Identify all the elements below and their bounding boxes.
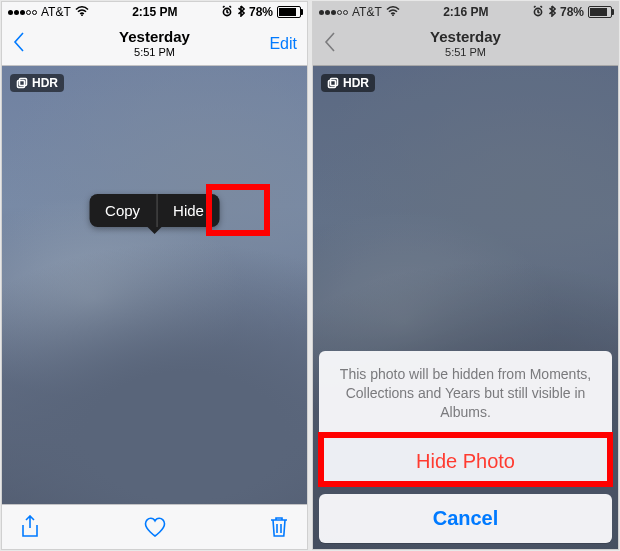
nav-title-group: Yesterday 5:51 PM: [313, 29, 618, 58]
hdr-badge: HDR: [10, 74, 64, 92]
svg-point-0: [81, 14, 83, 16]
hdr-stack-icon: [327, 77, 339, 89]
svg-rect-3: [20, 79, 27, 86]
svg-rect-6: [329, 81, 336, 88]
nav-subtitle: 5:51 PM: [2, 46, 307, 58]
bluetooth-icon: [548, 5, 556, 20]
bluetooth-icon: [237, 5, 245, 20]
hdr-text: HDR: [343, 76, 369, 90]
svg-rect-7: [331, 79, 338, 86]
hide-photo-button[interactable]: Hide Photo: [319, 437, 612, 486]
hdr-stack-icon: [16, 77, 28, 89]
wifi-icon: [75, 5, 89, 19]
delete-button[interactable]: [269, 515, 289, 539]
share-button[interactable]: [20, 515, 40, 539]
nav-bar: Yesterday 5:51 PM Edit: [313, 22, 618, 66]
carrier-label: AT&T: [41, 5, 71, 19]
action-sheet-message: This photo will be hidden from Moments, …: [319, 351, 612, 437]
menu-hide[interactable]: Hide: [157, 194, 220, 227]
hdr-badge: HDR: [321, 74, 375, 92]
svg-point-4: [392, 14, 394, 16]
battery-icon: [588, 6, 612, 18]
carrier-label: AT&T: [352, 5, 382, 19]
action-sheet: This photo will be hidden from Moments, …: [319, 351, 612, 543]
bottom-toolbar: [2, 504, 307, 549]
wifi-icon: [386, 5, 400, 19]
nav-title-group: Yesterday 5:51 PM: [2, 29, 307, 58]
svg-rect-2: [18, 81, 25, 88]
battery-fill: [590, 8, 607, 16]
nav-title: Yesterday: [2, 29, 307, 46]
hdr-text: HDR: [32, 76, 58, 90]
menu-copy[interactable]: Copy: [89, 194, 156, 227]
back-button[interactable]: [12, 31, 26, 57]
nav-title: Yesterday: [313, 29, 618, 46]
nav-subtitle: 5:51 PM: [313, 46, 618, 58]
status-bar: AT&T 2:16 PM 78%: [313, 2, 618, 22]
back-button: [323, 31, 337, 57]
phone-left: AT&T 2:15 PM 78% Yesterday: [2, 2, 307, 549]
two-phone-canvas: AT&T 2:15 PM 78% Yesterday: [0, 0, 620, 551]
status-bar: AT&T 2:15 PM 78%: [2, 2, 307, 22]
signal-dots-icon: [8, 10, 37, 15]
clock-label: 2:16 PM: [400, 5, 532, 19]
battery-pct: 78%: [249, 5, 273, 19]
alarm-icon: [532, 5, 544, 20]
clock-label: 2:15 PM: [89, 5, 221, 19]
battery-pct: 78%: [560, 5, 584, 19]
action-sheet-cancel-card: Cancel: [319, 494, 612, 543]
phone-right: AT&T 2:16 PM 78% Yesterday: [313, 2, 618, 549]
edit-button[interactable]: Edit: [269, 35, 297, 53]
alarm-icon: [221, 5, 233, 20]
favorite-button[interactable]: [143, 516, 167, 538]
action-sheet-card: This photo will be hidden from Moments, …: [319, 351, 612, 486]
signal-dots-icon: [319, 10, 348, 15]
photo-content: [2, 45, 307, 505]
context-menu: Copy Hide: [89, 194, 220, 227]
nav-bar: Yesterday 5:51 PM Edit: [2, 22, 307, 66]
cancel-button[interactable]: Cancel: [319, 494, 612, 543]
battery-fill: [279, 8, 296, 16]
battery-icon: [277, 6, 301, 18]
